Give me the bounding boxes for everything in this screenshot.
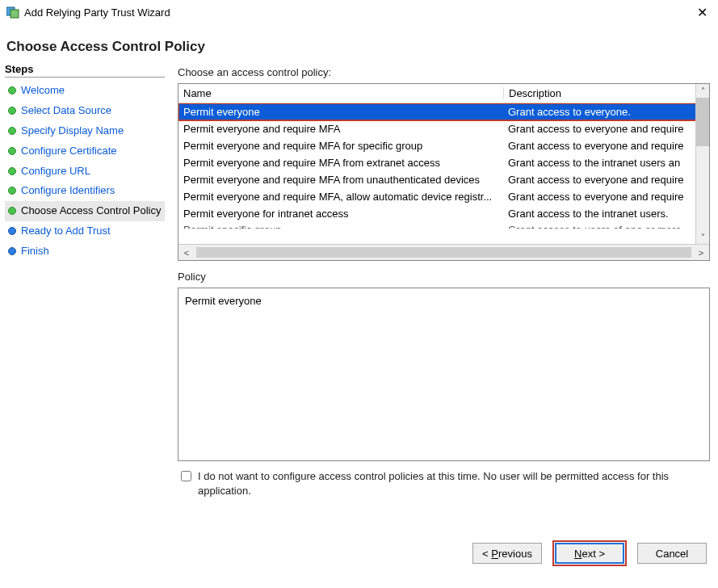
skip-policy-option[interactable]: I do not want to configure access contro… (178, 469, 710, 498)
column-description[interactable]: Description (503, 87, 709, 99)
policy-row[interactable]: Permit everyone and require MFA Grant ac… (178, 120, 709, 137)
policy-row[interactable]: Permit everyone Grant access to everyone… (178, 103, 709, 120)
hscroll-track[interactable] (196, 247, 691, 258)
step-bullet-icon (8, 107, 16, 115)
step-bullet-icon (8, 207, 16, 215)
previous-button[interactable]: < Previous (472, 543, 542, 564)
step-bullet-icon (8, 187, 16, 195)
page-title: Choose Access Control Policy (0, 24, 718, 63)
cancel-button[interactable]: Cancel (637, 543, 707, 564)
step-bullet-icon (8, 247, 16, 255)
step-select-data-source[interactable]: Select Data Source (5, 101, 165, 121)
scroll-right-icon[interactable]: > (693, 248, 709, 258)
policy-row[interactable]: Permit everyone and require MFA for spec… (178, 137, 709, 154)
skip-policy-checkbox[interactable] (181, 471, 191, 481)
policy-row[interactable]: Permit everyone and require MFA from una… (178, 171, 709, 188)
horizontal-scrollbar[interactable]: < > (178, 244, 709, 260)
scroll-down-icon[interactable]: ˅ (696, 230, 709, 244)
column-name[interactable]: Name (178, 87, 503, 99)
policy-detail-label: Policy (178, 271, 710, 283)
policy-row[interactable]: Permit everyone for intranet access Gran… (178, 205, 709, 222)
policy-detail-text: Permit everyone (185, 295, 262, 307)
scroll-track[interactable] (696, 98, 709, 230)
step-configure-identifiers[interactable]: Configure Identifiers (5, 181, 165, 201)
step-bullet-icon (8, 167, 16, 175)
step-bullet-icon (8, 147, 16, 155)
step-choose-access-control-policy[interactable]: Choose Access Control Policy (5, 201, 165, 221)
step-bullet-icon (8, 86, 16, 94)
policy-list-label: Choose an access control policy: (178, 66, 710, 78)
policy-list-header: Name Description (178, 84, 709, 103)
skip-policy-label: I do not want to configure access contro… (198, 469, 710, 498)
policy-row[interactable]: Permit everyone and require MFA from ext… (178, 154, 709, 171)
step-bullet-icon (8, 227, 16, 235)
scroll-left-icon[interactable]: < (178, 248, 195, 258)
scroll-thumb[interactable] (696, 98, 709, 146)
close-icon[interactable]: ✕ (692, 5, 712, 20)
content-pane: Choose an access control policy: Name De… (170, 63, 718, 531)
policy-detail-box: Permit everyone (178, 288, 710, 461)
wizard-button-row: < Previous Next > Cancel (0, 531, 718, 572)
window-title: Add Relying Party Trust Wizard (24, 6, 692, 19)
step-bullet-icon (8, 127, 16, 135)
next-button[interactable]: Next > (555, 543, 624, 564)
step-configure-certificate[interactable]: Configure Certificate (5, 141, 165, 162)
step-configure-url[interactable]: Configure URL (5, 162, 165, 182)
policy-list-body: Permit everyone Grant access to everyone… (178, 103, 709, 229)
scroll-up-icon[interactable]: ˄ (696, 84, 709, 98)
titlebar: Add Relying Party Trust Wizard ✕ (0, 0, 718, 24)
steps-sidebar: Steps Welcome Select Data Source Specify… (0, 63, 170, 531)
svg-rect-1 (10, 10, 19, 18)
policy-row[interactable]: Permit everyone and require MFA, allow a… (178, 188, 709, 205)
wizard-icon (6, 6, 19, 19)
steps-heading: Steps (5, 63, 165, 78)
vertical-scrollbar[interactable]: ˄ ˅ (695, 84, 709, 244)
policy-list[interactable]: Name Description Permit everyone Grant a… (178, 83, 710, 261)
step-specify-display-name[interactable]: Specify Display Name (5, 121, 165, 141)
step-welcome[interactable]: Welcome (5, 81, 165, 101)
policy-row[interactable]: Permit specific group Grant access to us… (178, 222, 709, 229)
step-finish[interactable]: Finish (5, 242, 165, 262)
step-ready-to-add-trust[interactable]: Ready to Add Trust (5, 221, 165, 242)
